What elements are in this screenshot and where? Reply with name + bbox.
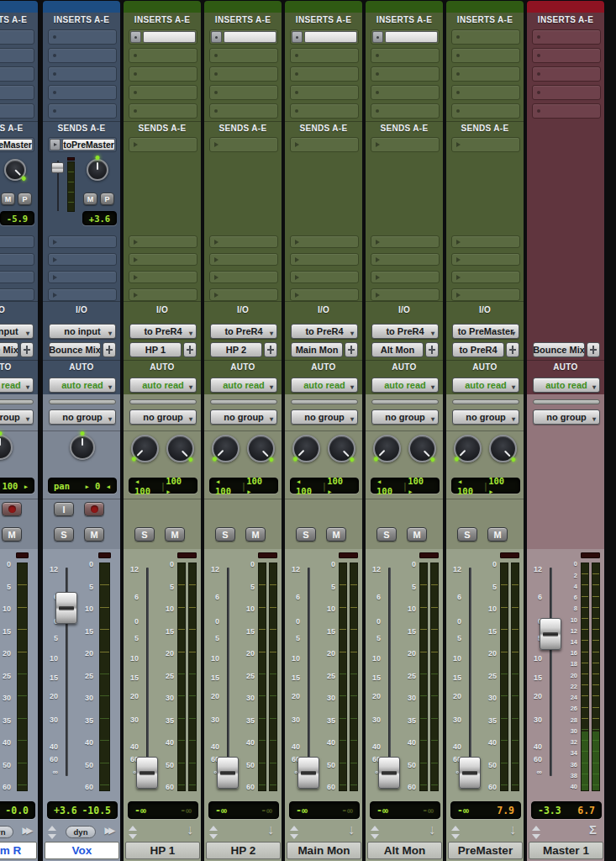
- automation-mode-selector[interactable]: auto read ▾: [533, 378, 600, 393]
- group-id-bar[interactable]: [371, 399, 439, 404]
- down-arrow-icon[interactable]: ↓: [429, 822, 435, 837]
- insert-slot-d[interactable]: [209, 85, 278, 100]
- track-name[interactable]: Main Mon: [287, 842, 361, 859]
- input-selector[interactable]: to PreR4 ▾: [371, 324, 439, 339]
- insert-slot-e[interactable]: [451, 103, 520, 119]
- mute-button[interactable]: M: [2, 527, 22, 541]
- insert-slot-c[interactable]: [371, 66, 440, 82]
- insert-slot-b[interactable]: [451, 48, 520, 63]
- input-selector[interactable]: no input ▾: [49, 324, 116, 339]
- send-slot-e[interactable]: [0, 288, 34, 301]
- send-slot-b[interactable]: [0, 235, 34, 248]
- insert-slot-d[interactable]: [129, 85, 197, 100]
- group-selector[interactable]: no group ▾: [533, 409, 600, 425]
- insert-slot-e[interactable]: [129, 103, 197, 119]
- send-slot-c[interactable]: [48, 253, 117, 266]
- group-selector[interactable]: no group ▾: [210, 409, 277, 425]
- insert-slot-e[interactable]: [48, 103, 117, 119]
- insert-slot-e[interactable]: [371, 103, 440, 119]
- output-selector[interactable]: Main Mon: [291, 342, 343, 357]
- track-height-spinner-icon[interactable]: [47, 826, 58, 839]
- send-slot-c[interactable]: [129, 253, 197, 266]
- volume-fader-handle[interactable]: [55, 592, 77, 624]
- automation-mode-selector[interactable]: auto read ▾: [371, 378, 439, 393]
- insert-slot-b[interactable]: [129, 48, 197, 63]
- volume-peak-display[interactable]: -∞ -∞: [128, 801, 198, 819]
- output-window-fader-icon[interactable]: [183, 342, 197, 357]
- input-selector[interactable]: to PreR4 ▾: [291, 324, 358, 339]
- sigma-icon[interactable]: Σ: [589, 822, 597, 837]
- automation-mode-selector[interactable]: auto read ▾: [210, 378, 277, 393]
- automation-mode-selector[interactable]: auto read ▾: [49, 378, 116, 393]
- output-window-fader-icon[interactable]: [425, 342, 439, 357]
- down-arrow-icon[interactable]: ↓: [348, 822, 355, 837]
- send-slot-c[interactable]: [290, 253, 359, 266]
- send-slot-a-empty[interactable]: [290, 137, 359, 152]
- output-window-fader-icon[interactable]: [345, 342, 358, 357]
- send-pre-button[interactable]: P: [100, 193, 114, 205]
- track-height-spinner-icon[interactable]: [450, 826, 461, 839]
- send-slot-d[interactable]: [0, 271, 34, 283]
- insert-slot-c[interactable]: [290, 66, 359, 82]
- volume-fader-handle[interactable]: [540, 618, 561, 650]
- record-enable-button[interactable]: [84, 502, 104, 516]
- send-slot-e[interactable]: [48, 288, 117, 301]
- pan-knob[interactable]: [0, 435, 13, 460]
- output-selector[interactable]: Bounce Mix: [49, 342, 101, 357]
- track-height-spinner-icon[interactable]: [370, 826, 381, 839]
- group-id-bar[interactable]: [533, 399, 600, 404]
- volume-peak-display[interactable]: +3.6 -10.5: [47, 801, 118, 819]
- send-slot-e[interactable]: [371, 288, 440, 301]
- track-name[interactable]: Alt Mon: [367, 842, 442, 859]
- send-slot-a-empty[interactable]: [371, 137, 440, 152]
- clip-led[interactable]: [500, 552, 519, 558]
- insert-slot-e[interactable]: [532, 103, 601, 119]
- mute-button[interactable]: M: [407, 527, 427, 541]
- clip-led[interactable]: [419, 552, 439, 558]
- send-slot-a-empty[interactable]: [209, 137, 278, 152]
- send-pan-knob[interactable]: [4, 159, 26, 181]
- down-arrow-icon[interactable]: ↓: [509, 822, 516, 837]
- track-name[interactable]: PreMaster: [448, 842, 523, 859]
- send-mute-button[interactable]: M: [1, 193, 15, 205]
- solo-button[interactable]: S: [376, 527, 397, 541]
- insert-slot-c[interactable]: [451, 66, 520, 82]
- input-monitor-button[interactable]: I: [54, 502, 74, 516]
- send-slot-e[interactable]: [209, 288, 278, 301]
- send-slot-c[interactable]: [0, 253, 34, 266]
- insert-slot-b[interactable]: [0, 48, 34, 63]
- send-slot-d[interactable]: [451, 271, 520, 283]
- send-slot-b[interactable]: [48, 235, 117, 248]
- pan-knob[interactable]: [70, 435, 95, 460]
- insert-bypass-toggle[interactable]: [372, 31, 383, 43]
- record-enable-button[interactable]: [2, 502, 22, 516]
- solo-button[interactable]: S: [457, 527, 477, 541]
- send-fader-handle[interactable]: [51, 162, 64, 173]
- pan-display[interactable]: pan 100 ▸: [0, 478, 34, 494]
- track-name[interactable]: HP 1: [125, 842, 200, 859]
- pan-display[interactable]: pan ▸ 0 ◂: [48, 478, 117, 494]
- input-selector[interactable]: to PreR4 ▾: [210, 324, 277, 339]
- input-selector[interactable]: to PreR4 ▾: [129, 324, 197, 339]
- output-selector[interactable]: Bounce Mix: [533, 342, 585, 357]
- insert-slot-a[interactable]: [129, 29, 197, 45]
- send-slot-d[interactable]: [290, 271, 359, 283]
- send-level-display[interactable]: +3.6: [82, 211, 117, 225]
- pan-display[interactable]: ◂ 100 | 100 ▸: [371, 478, 440, 494]
- send-clip-led[interactable]: [67, 157, 75, 161]
- pan-knob-right[interactable]: [489, 435, 517, 462]
- send-slot-d[interactable]: [129, 271, 197, 283]
- send-slot-a-empty[interactable]: [129, 137, 197, 152]
- group-id-bar[interactable]: [0, 399, 34, 404]
- track-height-spinner-icon[interactable]: [128, 826, 139, 839]
- group-id-bar[interactable]: [210, 399, 277, 404]
- down-arrow-icon[interactable]: ↓: [187, 822, 193, 837]
- pan-knob-left[interactable]: [373, 435, 401, 462]
- insert-slot-c[interactable]: [129, 66, 197, 82]
- insert-slot-d[interactable]: [0, 85, 34, 100]
- send-mute-button[interactable]: M: [83, 193, 97, 205]
- solo-button[interactable]: S: [54, 527, 74, 541]
- output-selector[interactable]: Alt Mon: [371, 342, 424, 357]
- pan-knob-left[interactable]: [212, 435, 240, 462]
- fast-forward-icon[interactable]: ▶▶: [105, 826, 113, 835]
